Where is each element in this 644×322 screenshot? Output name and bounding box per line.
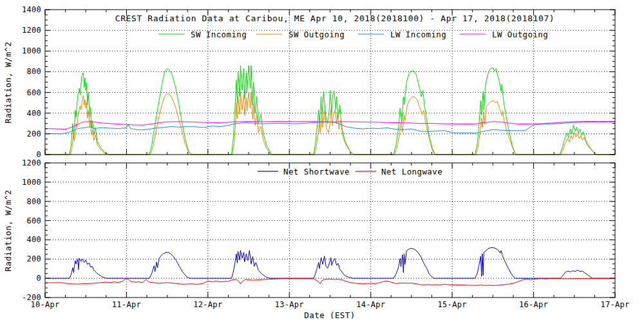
- top-panel-y-axis-label: Radiation, W/m^2: [3, 42, 13, 124]
- series-net-shortwave-line: [45, 247, 615, 278]
- y-tick-label: 600: [26, 216, 41, 225]
- x-tick-label: 16-Apr: [519, 300, 548, 309]
- radiation-components-panel: 0200400600800100012001400SW IncomingSW O…: [22, 5, 615, 159]
- y-tick-label: 1200: [22, 26, 41, 35]
- y-tick-label: 0: [36, 150, 41, 159]
- y-tick-label: 1400: [22, 5, 41, 14]
- legend-label-sw-outgoing: SW Outgoing: [289, 30, 345, 39]
- x-tick-label: 12-Apr: [193, 300, 222, 309]
- x-tick-label: 17-Apr: [600, 300, 629, 309]
- chart-title: CREST Radiation Data at Caribou, ME Apr …: [115, 14, 555, 23]
- x-tick-label: 10-Apr: [30, 300, 59, 309]
- x-tick-label: 15-Apr: [438, 300, 467, 309]
- legend-label-net-longwave: Net Longwave: [381, 167, 442, 176]
- y-tick-label: 1000: [22, 178, 41, 187]
- bottom-panel-y-axis-label: Radiation, W/m^2: [3, 190, 13, 272]
- legend-label-lw-incoming: LW Incoming: [390, 30, 446, 39]
- net-radiation-panel: -200020040060080010001200Net ShortwaveNe…: [22, 158, 615, 302]
- y-tick-label: 1200: [22, 158, 41, 167]
- series-sw-incoming-line: [45, 66, 615, 155]
- y-tick-label: 200: [26, 254, 41, 263]
- y-tick-label: 1000: [22, 46, 41, 55]
- x-tick-label: 14-Apr: [356, 300, 385, 309]
- legend-label-lw-outgoing: LW Outgoing: [492, 30, 548, 39]
- x-axis-label: Date (EST): [304, 310, 355, 320]
- radiation-plot-figure: 0200400600800100012001400SW IncomingSW O…: [0, 0, 644, 322]
- series-sw-outgoing-line: [45, 93, 615, 155]
- x-tick-label: 11-Apr: [112, 300, 141, 309]
- y-tick-label: 800: [26, 67, 41, 76]
- y-tick-label: 600: [26, 88, 41, 97]
- y-tick-label: 200: [26, 129, 41, 138]
- y-tick-label: 800: [26, 197, 41, 206]
- y-tick-label: 400: [26, 109, 41, 118]
- series-net-longwave-line: [45, 279, 615, 286]
- y-tick-label: 400: [26, 235, 41, 244]
- legend-label-sw-incoming: SW Incoming: [191, 30, 247, 39]
- legend-label-net-shortwave: Net Shortwave: [283, 167, 350, 176]
- net-radiation-frame: [45, 163, 615, 298]
- radiation-plot-canvas: 0200400600800100012001400SW IncomingSW O…: [0, 0, 644, 322]
- y-tick-label: 0: [36, 274, 41, 283]
- x-tick-label: 13-Apr: [275, 300, 304, 309]
- plot-layers: 0200400600800100012001400SW IncomingSW O…: [22, 5, 630, 309]
